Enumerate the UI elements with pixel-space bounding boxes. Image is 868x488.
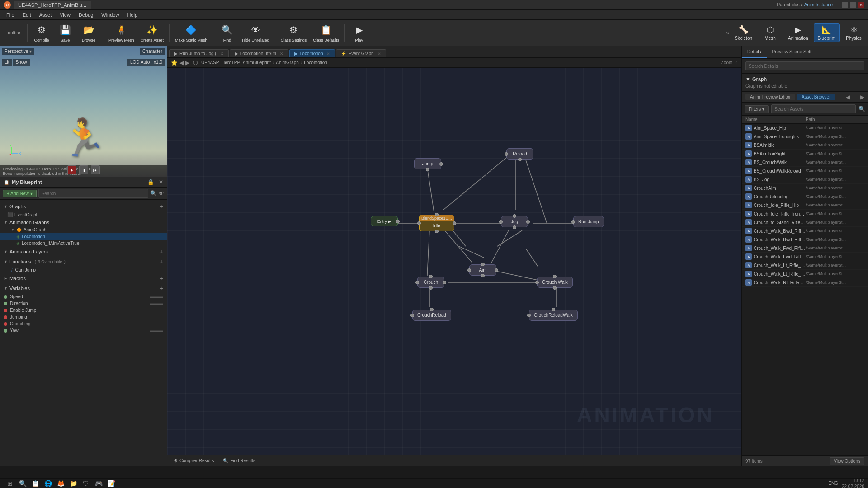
var-direction[interactable]: Direction	[0, 300, 167, 307]
event-graph-item[interactable]: ⬛ EventGraph	[0, 211, 167, 218]
explorer-button[interactable]: 📁	[67, 479, 80, 488]
asset-row[interactable]: A CrouchAim /Game/MultiplayerSt...	[742, 184, 868, 192]
class-defaults-button[interactable]: 📋 Class Defaults	[310, 21, 342, 45]
close-button[interactable]: ✕	[858, 2, 864, 8]
asset-browser-tab[interactable]: Asset Browser	[797, 94, 835, 100]
find-results-tab[interactable]: 🔍 Find Results	[218, 457, 260, 465]
blueprint-mode-button[interactable]: 📐 Blueprint	[814, 23, 840, 42]
animation-mode-button[interactable]: ▶ Animation	[784, 24, 811, 42]
nav-next-button[interactable]: ▶	[185, 60, 189, 66]
tab-run-jump-close[interactable]: ✕	[220, 52, 224, 56]
asset-row[interactable]: A Aim_Space_Hip /Game/MultiplayerSt...	[742, 124, 868, 132]
run-jump-pin-left[interactable]	[571, 220, 575, 224]
asset-search-icon[interactable]: 🔍	[859, 106, 865, 112]
reload-pin-bottom[interactable]	[518, 158, 522, 161]
details-search-input[interactable]	[745, 61, 864, 70]
play-button[interactable]: ▶ Play	[348, 21, 370, 45]
tab-locomotion-close[interactable]: ✕	[326, 52, 330, 56]
tab-run-jump[interactable]: ▶ Run Jump to Jog ( ✕	[169, 49, 229, 57]
crouch-walk-pin-top[interactable]	[553, 275, 557, 278]
asset-browser-fwd-button[interactable]: ▶	[860, 94, 864, 100]
idle-pin-bottom[interactable]	[435, 230, 439, 233]
aim-pin-top[interactable]	[481, 263, 485, 266]
entry-pin-right[interactable]	[396, 220, 400, 223]
hide-unrelated-button[interactable]: 👁 Hide Unrelated	[240, 21, 272, 45]
menu-item-file[interactable]: File	[3, 11, 18, 19]
asset-browser-back-button[interactable]: ◀	[846, 94, 850, 100]
firefox-button[interactable]: 🦊	[54, 479, 67, 488]
make-static-mesh-button[interactable]: 🔷 Make Static Mesh	[172, 21, 210, 45]
asset-row[interactable]: A BS_CrouchWalk /Game/MultiplayerSt...	[742, 158, 868, 167]
jog-node[interactable]: Jog	[501, 216, 528, 227]
anim-graph-canvas[interactable]: Entry ▶ BlendSpace1D... Idle Jog	[167, 68, 741, 455]
breadcrumb-root[interactable]: UE4ASP_HeroTPP_AnimBlueprint	[201, 60, 271, 65]
var-jumping[interactable]: Jumping	[0, 314, 167, 320]
ue4-taskbar-button[interactable]: 🎮	[92, 479, 105, 488]
idle-pin-right[interactable]	[453, 221, 456, 225]
anim-graph-item[interactable]: ▼ 🔶 AnimGraph	[0, 226, 167, 233]
crouch-reload-walk-pin-top[interactable]	[552, 308, 555, 311]
run-jump-node[interactable]: Run Jump	[573, 216, 604, 227]
asset-row[interactable]: A Crouch_Walk_Fwd_Rifle_Ironsights /Game…	[742, 253, 868, 261]
locomotion-item[interactable]: ◈ Locomotion	[0, 233, 167, 240]
entry-node[interactable]: Entry ▶	[371, 216, 398, 226]
add-new-button[interactable]: + Add New ▾	[3, 190, 37, 197]
task-view-button[interactable]: 📋	[29, 479, 42, 488]
asset-row[interactable]: A Crouch_Walk_Lt_Rifle_Hip /Game/Multipl…	[742, 261, 868, 270]
var-speed[interactable]: Speed	[0, 293, 167, 300]
edge-button[interactable]: 🌐	[42, 479, 54, 488]
reload-pin-left[interactable]	[505, 152, 508, 156]
var-crouching[interactable]: Crouching	[0, 320, 167, 327]
direction-slider[interactable]	[150, 303, 163, 305]
variables-section-header[interactable]: ▼ Variables +	[0, 283, 167, 293]
crouch-reload-pin-left[interactable]	[410, 314, 414, 317]
crouch-pin-bottom[interactable]	[429, 286, 433, 290]
crouch-node[interactable]: Crouch	[417, 277, 444, 288]
graphs-section-header[interactable]: ▼ Graphs +	[0, 202, 167, 211]
idle-pin-top[interactable]	[435, 213, 439, 216]
menu-item-window[interactable]: Window	[98, 11, 123, 19]
graphs-add-button[interactable]: +	[160, 203, 163, 210]
speed-slider[interactable]	[150, 296, 163, 298]
anim-preview-editor-tab[interactable]: Anim Preview Editor	[745, 94, 795, 100]
preview-scene-tab[interactable]: Preview Scene Sett	[767, 46, 817, 58]
variables-add-button[interactable]: +	[160, 285, 163, 292]
physics-mode-button[interactable]: ⚛ Physics	[841, 24, 866, 42]
create-asset-button[interactable]: ✨ Create Asset	[138, 21, 167, 45]
locomotion-ifaim-item[interactable]: ◈ Locomotion_IfAimActiveTrue	[0, 240, 167, 247]
nav-back-button[interactable]: ⭐	[171, 60, 178, 66]
menu-item-asset[interactable]: Asset	[36, 11, 56, 19]
asset-row[interactable]: A Crouch_Idle_Rifle_Ironsights /Game/Mul…	[742, 210, 868, 218]
tab-locomotion-ifaim[interactable]: ▶ Locomotion_IfAim ✕	[230, 49, 288, 57]
compile-button[interactable]: ⚙ Compile	[30, 21, 53, 45]
crouch-pin-right[interactable]	[443, 281, 446, 284]
idle-node[interactable]: BlendSpace1D... Idle	[419, 215, 454, 231]
crouch-reload-node[interactable]: CrouchReload	[412, 310, 451, 321]
jog-pin-left[interactable]	[499, 220, 503, 224]
save-button[interactable]: 💾 Save	[54, 21, 76, 45]
crouch-pin-top[interactable]	[429, 275, 433, 278]
crouch-reload-walk-node[interactable]: CrouchReloadWalk	[529, 310, 578, 321]
jump-node[interactable]: Jump	[414, 158, 441, 169]
find-button[interactable]: 🔍 Find	[216, 21, 239, 45]
minimize-button[interactable]: ─	[842, 2, 848, 8]
start-button[interactable]: ⊞	[4, 479, 16, 488]
preview-mesh-button[interactable]: 🧍 Preview Mesh	[106, 21, 137, 45]
restore-button[interactable]: □	[850, 2, 856, 8]
asset-row[interactable]: A Crouch_Walk_Bwd_Rifle_Ironsights /Game…	[742, 235, 868, 244]
details-tab[interactable]: Details	[742, 46, 767, 58]
macros-add-button[interactable]: +	[160, 275, 163, 282]
asset-row[interactable]: A Crouch_Idle_Rifle_Hip /Game/Multiplaye…	[742, 201, 868, 210]
asset-row[interactable]: A CrouchReloading /Game/MultiplayerSt...	[742, 192, 868, 201]
step-button[interactable]: ⏭	[91, 165, 100, 174]
defender-button[interactable]: 🛡	[80, 479, 92, 488]
tab-event-graph-close[interactable]: ✕	[377, 52, 381, 56]
yaw-slider[interactable]	[150, 330, 163, 332]
functions-add-button[interactable]: +	[160, 258, 163, 265]
blueprint-search-input[interactable]	[38, 189, 148, 198]
jump-pin-right[interactable]	[439, 162, 443, 166]
aim-pin-left[interactable]	[467, 268, 471, 272]
class-settings-button[interactable]: ⚙ Class Settings	[278, 21, 310, 45]
can-jump-item[interactable]: ƒ Can Jump	[0, 267, 167, 273]
asset-row[interactable]: A BS_Jog /Game/MultiplayerSt...	[742, 175, 868, 184]
